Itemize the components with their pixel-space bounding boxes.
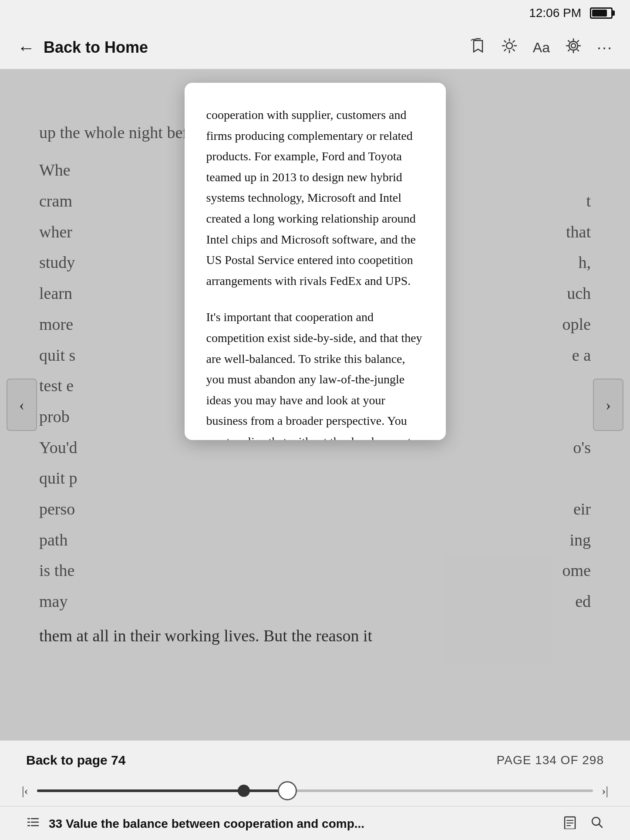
svg-point-11 — [569, 41, 578, 50]
back-label[interactable]: Back to Home — [44, 38, 148, 57]
svg-line-23 — [599, 824, 602, 827]
page-number-label: PAGE 134 OF 298 — [497, 753, 604, 767]
back-arrow-icon[interactable]: ← — [17, 37, 35, 58]
modal-paragraph-1: cooperation with supplier, customers and… — [206, 105, 424, 291]
nav-icons: Aa ··· — [470, 38, 613, 58]
status-time: 12:06 PM — [529, 6, 581, 20]
page-info-bar: Back to page 74 PAGE 134 OF 298 — [0, 741, 630, 776]
modal-overlay[interactable]: cooperation with supplier, customers and… — [0, 70, 630, 740]
more-icon[interactable]: ··· — [597, 40, 613, 55]
go-to-end-icon[interactable]: ›| — [602, 784, 608, 798]
brightness-icon[interactable] — [502, 38, 517, 58]
slider-thumb-second[interactable] — [238, 785, 250, 797]
chapter-text: 33 Value the balance between cooperation… — [49, 817, 364, 831]
svg-line-7 — [513, 49, 515, 51]
svg-point-10 — [571, 44, 576, 48]
svg-point-1 — [506, 43, 512, 49]
progress-section: |‹ ›| — [0, 776, 630, 806]
bookmark-icon[interactable] — [470, 38, 486, 58]
toolbar-right-icons — [563, 815, 604, 833]
bottom-nav: Back to page 74 PAGE 134 OF 298 |‹ ›| — [0, 740, 630, 840]
svg-line-9 — [504, 49, 506, 51]
battery-icon — [590, 7, 613, 19]
font-icon[interactable]: Aa — [533, 40, 550, 56]
battery-fill — [592, 10, 607, 17]
svg-line-8 — [513, 41, 515, 42]
notes-icon[interactable] — [563, 815, 577, 833]
top-nav: ← Back to Home Aa — [0, 26, 630, 70]
slider-thumb-current[interactable] — [278, 781, 297, 800]
modal-box: cooperation with supplier, customers and… — [185, 83, 446, 440]
progress-track[interactable] — [37, 789, 593, 792]
chapter-info: 33 Value the balance between cooperation… — [26, 815, 563, 833]
search-icon[interactable] — [590, 815, 604, 833]
status-bar: 12:06 PM — [0, 0, 630, 26]
back-section[interactable]: ← Back to Home — [17, 37, 148, 58]
svg-line-6 — [504, 41, 506, 42]
go-to-start-icon[interactable]: |‹ — [22, 784, 28, 798]
back-to-page-label[interactable]: Back to page 74 — [26, 753, 125, 768]
toc-icon[interactable] — [26, 815, 40, 833]
modal-paragraph-2: It's important that cooperation and comp… — [206, 307, 424, 440]
bottom-toolbar: 33 Value the balance between cooperation… — [0, 806, 630, 840]
settings-icon[interactable] — [566, 38, 581, 58]
